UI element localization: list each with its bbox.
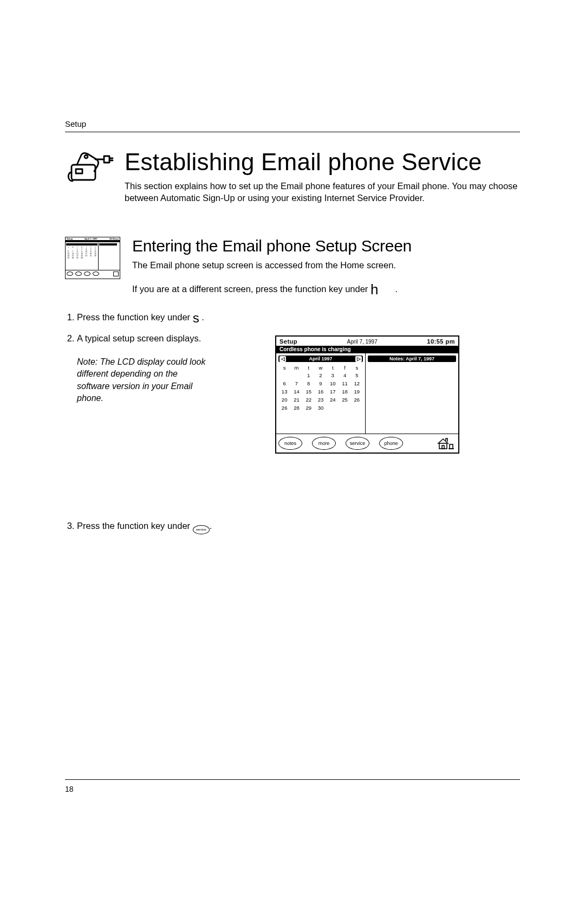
calendar-day: 8 (303, 379, 315, 387)
title-row: Establishing Email phone Service This se… (65, 148, 520, 221)
calendar-day: 28 (290, 404, 302, 412)
lcd-calendar-column: ◁ April 1997 ▷ smtwtfs 12345678910111213… (276, 353, 366, 434)
next-month-icon[interactable]: ▷ (355, 356, 362, 362)
lcd-note: Note: The LCD display could look differe… (77, 356, 207, 405)
lcd-month-label: April 1997 (309, 356, 332, 361)
calendar-day: 18 (339, 387, 350, 396)
calendar-dow: m (290, 364, 302, 371)
calendar-day: 11 (339, 379, 350, 387)
calendar-day (339, 404, 350, 412)
calendar-day: 30 (315, 404, 327, 412)
calendar-dow: s (351, 364, 363, 371)
step3-post: . (210, 521, 212, 531)
running-head: Setup (65, 119, 520, 128)
lcd-titlebar: Setup April 7, 1997 10:55 pm (276, 337, 458, 346)
calendar-day: 16 (315, 387, 327, 396)
calendar-day: 26 (278, 404, 290, 412)
top-rule (65, 132, 520, 132)
lcd-figure: Setup April 7, 1997 10:55 pm Cordless ph… (275, 335, 459, 454)
calendar-day: 6 (278, 379, 290, 387)
calendar-dow: f (339, 364, 350, 371)
calendar-dow: t (303, 364, 315, 371)
diff-screen-post: . (395, 284, 398, 294)
lcd-thumbnail: SetupApril 7, 199710:55 pm smtwtfs 12345… (65, 237, 119, 279)
calendar-day: 15 (303, 387, 315, 396)
svg-rect-4 (442, 445, 444, 449)
notes-button[interactable]: notes (278, 437, 302, 450)
svg-rect-1 (76, 169, 82, 173)
calendar-day: 3 (327, 371, 339, 379)
intro-paragraph: This section explains how to set up the … (125, 180, 520, 204)
step-1: Press the function key under s . (77, 308, 520, 328)
calendar-day: 9 (315, 379, 327, 387)
step1-pre: Press the function key under (77, 312, 193, 322)
phone-plug-icon (65, 148, 114, 189)
lcd-status-bar: Cordless phone is charging (276, 346, 458, 353)
lcd-month-header: ◁ April 1997 ▷ (278, 356, 363, 362)
calendar-dow: s (278, 364, 290, 371)
calendar-day: 21 (290, 396, 302, 404)
calendar-day: 4 (339, 371, 350, 379)
diff-screen-pre: If you are at a different screen, press … (132, 284, 370, 294)
step1-post: . (202, 312, 204, 322)
calendar-day (327, 404, 339, 412)
calendar-day: 2 (315, 371, 327, 379)
calendar-dow: w (315, 364, 327, 371)
calendar-day: 20 (278, 396, 290, 404)
lcd-calendar-grid: smtwtfs 12345678910111213141516171819202… (278, 364, 363, 412)
lcd-setup-label: Setup (280, 338, 297, 345)
lcd-date: April 7, 1997 (347, 339, 378, 345)
calendar-day: 13 (278, 387, 290, 396)
page-title: Establishing Email phone Service (125, 148, 520, 176)
calendar-dow: t (327, 364, 339, 371)
step3-pre: Press the function key under (77, 521, 193, 531)
calendar-day: 14 (290, 387, 302, 396)
footer-rule (65, 779, 520, 780)
calendar-day: 12 (351, 379, 363, 387)
lcd-time: 10:55 pm (427, 338, 455, 345)
calendar-day: 23 (315, 396, 327, 404)
service-button[interactable]: service (346, 437, 369, 450)
home-glyph-icon: h (370, 279, 378, 300)
calendar-day (290, 371, 302, 379)
calendar-day (278, 371, 290, 379)
setup-glyph-icon: s (193, 308, 199, 328)
calendar-day: 19 (351, 387, 363, 396)
calendar-day: 26 (351, 396, 363, 404)
calendar-day: 29 (303, 404, 315, 412)
calendar-day: 17 (327, 387, 339, 396)
diff-screen-line: If you are at a different screen, press … (132, 279, 520, 300)
lcd-notes-column: Notes: April 7, 1997 (366, 353, 458, 434)
phone-button[interactable]: phone (379, 437, 403, 450)
steps-list-continued: Press the function key under service. (65, 519, 520, 534)
page-content: Setup Establishing Email phone Service T… (65, 119, 520, 537)
calendar-day: 7 (290, 379, 302, 387)
step-3: Press the function key under service. (77, 519, 520, 534)
section-title: Entering the Email phone Setup Screen (132, 237, 520, 255)
lcd-notes-header: Notes: April 7, 1997 (368, 356, 456, 362)
calendar-day: 5 (351, 371, 363, 379)
calendar-day (351, 404, 363, 412)
access-line: The Email phone setup screen is accessed… (132, 259, 520, 272)
svg-rect-3 (439, 443, 447, 449)
calendar-day: 22 (303, 396, 315, 404)
more-button[interactable]: more (312, 437, 336, 450)
page-number: 18 (65, 785, 74, 793)
step2-text: A typical setup screen displays. (77, 333, 201, 343)
svg-point-2 (84, 155, 88, 158)
service-button-inline-icon: service (193, 525, 210, 534)
calendar-day: 10 (327, 379, 339, 387)
calendar-day: 25 (339, 396, 350, 404)
lcd-button-row: notes more service phone (276, 434, 458, 453)
svg-rect-5 (450, 444, 453, 449)
home-icon[interactable] (435, 437, 454, 450)
calendar-day: 1 (303, 371, 315, 379)
section-row: SetupApril 7, 199710:55 pm smtwtfs 12345… (65, 237, 520, 301)
calendar-day: 24 (327, 396, 339, 404)
prev-month-icon[interactable]: ◁ (280, 356, 286, 362)
